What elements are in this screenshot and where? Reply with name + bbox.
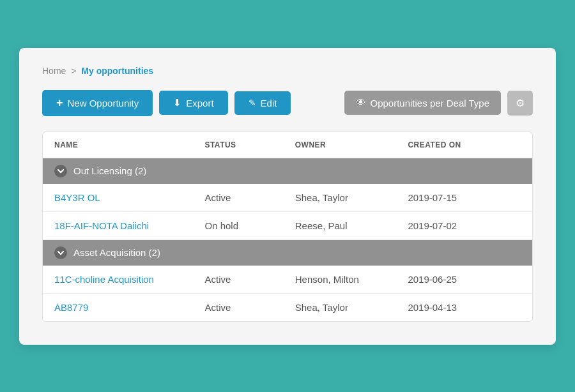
main-card: Home > My opportunities + New Opportunit…: [19, 48, 556, 345]
edit-label: Edit: [261, 98, 277, 109]
row-name[interactable]: 11C-choline Acquisition: [54, 274, 204, 285]
group-title-out-licensing: Out Licensing (2): [73, 165, 146, 176]
row-created: 2019-07-02: [408, 220, 521, 231]
row-created: 2019-06-25: [408, 274, 521, 285]
plus-icon: +: [56, 96, 63, 110]
breadcrumb-current: My opportunities: [81, 66, 153, 76]
col-status: STATUS: [204, 140, 295, 149]
group-header-out-licensing[interactable]: Out Licensing (2): [43, 158, 532, 184]
group-title-asset-acquisition: Asset Acquisition (2): [73, 247, 160, 258]
download-icon: ⬇: [173, 97, 181, 109]
breadcrumb-home[interactable]: Home: [42, 66, 66, 76]
table-row: 11C-choline Acquisition Active Henson, M…: [43, 266, 532, 294]
export-label: Export: [186, 98, 213, 109]
col-name: NAME: [54, 140, 204, 149]
edit-icon: ✎: [249, 98, 256, 108]
breadcrumb: Home > My opportunities: [42, 66, 533, 76]
table-row: B4Y3R OL Active Shea, Taylor 2019-07-15: [43, 184, 532, 212]
edit-button[interactable]: ✎ Edit: [234, 91, 291, 115]
row-name[interactable]: B4Y3R OL: [54, 192, 204, 203]
new-opportunity-label: New Opportunity: [68, 98, 139, 109]
view-deal-type-label: Opportunities per Deal Type: [371, 98, 490, 109]
row-name[interactable]: AB8779: [54, 302, 204, 313]
breadcrumb-separator: >: [71, 66, 76, 76]
row-status: Active: [204, 302, 295, 313]
table-row: 18F-AIF-NOTA Daiichi On hold Reese, Paul…: [43, 212, 532, 240]
row-owner: Shea, Taylor: [295, 302, 408, 313]
group-header-asset-acquisition[interactable]: Asset Acquisition (2): [43, 240, 532, 266]
row-created: 2019-07-15: [408, 192, 521, 203]
group-toggle-asset-acquisition[interactable]: [54, 246, 67, 259]
table-row: AB8779 Active Shea, Taylor 2019-04-13: [43, 294, 532, 321]
opportunities-table: NAME STATUS OWNER CREATED ON Out Licensi…: [42, 132, 533, 322]
toolbar: + New Opportunity ⬇ Export ✎ Edit 👁 Oppo…: [42, 90, 533, 116]
row-owner: Reese, Paul: [295, 220, 408, 231]
export-button[interactable]: ⬇ Export: [159, 91, 227, 115]
row-owner: Shea, Taylor: [295, 192, 408, 203]
view-deal-type-button[interactable]: 👁 Opportunities per Deal Type: [344, 91, 502, 115]
row-created: 2019-04-13: [408, 302, 521, 313]
new-opportunity-button[interactable]: + New Opportunity: [42, 90, 153, 116]
col-created: CREATED ON: [408, 140, 521, 149]
col-owner: OWNER: [295, 140, 408, 149]
row-status: Active: [204, 274, 295, 285]
eye-icon: 👁: [356, 97, 366, 109]
row-status: On hold: [204, 220, 295, 231]
row-name[interactable]: 18F-AIF-NOTA Daiichi: [54, 220, 204, 231]
settings-button[interactable]: ⚙: [507, 91, 533, 116]
gear-icon: ⚙: [516, 97, 525, 109]
group-toggle-out-licensing[interactable]: [54, 165, 67, 177]
row-status: Active: [204, 192, 295, 203]
row-owner: Henson, Milton: [295, 274, 408, 285]
table-header: NAME STATUS OWNER CREATED ON: [43, 132, 532, 158]
